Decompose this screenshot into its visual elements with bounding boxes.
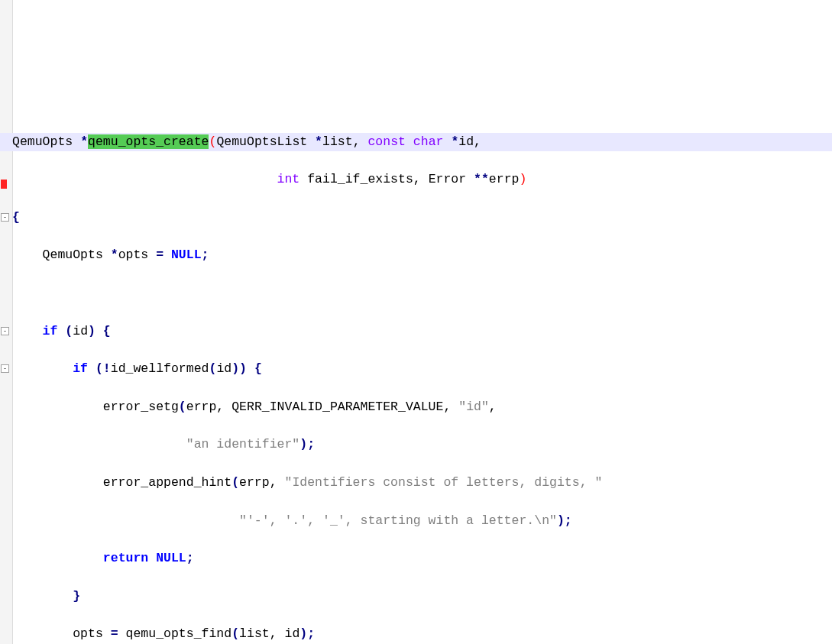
ident-token: fail_if_exists [299, 172, 413, 186]
keyword-int: int [277, 172, 300, 186]
paren-close: ) [519, 172, 526, 186]
keyword-if: if [43, 324, 58, 338]
indent [12, 172, 277, 186]
string-token: "'-', '.', '_', starting with a letter.\… [239, 513, 557, 528]
paren-semi: ); [299, 626, 315, 641]
fold-marker[interactable]: - [1, 213, 9, 222]
code-line: -QemuOpts *qemu_opts_create(QemuOptsList… [0, 133, 832, 152]
op-token: * [315, 134, 322, 149]
op-token: = [156, 248, 171, 262]
indent [12, 589, 73, 604]
op-token: = [111, 626, 126, 641]
space [443, 134, 451, 149]
string-token: "Identifiers consist of letters, digits,… [284, 475, 602, 490]
comma: , [353, 134, 368, 149]
op-token: ! [103, 361, 111, 376]
brace-open: { [103, 324, 111, 338]
paren: ( [231, 475, 239, 490]
text: opts [12, 626, 111, 641]
keyword-if: if [73, 361, 88, 376]
comma: , [216, 400, 231, 414]
paren: ( [209, 361, 216, 376]
space [148, 551, 156, 565]
code-line: } [12, 587, 832, 607]
paren: ( [179, 400, 186, 414]
code-line: return NULL; [12, 549, 832, 568]
code-line: QemuOpts *opts = NULL; [12, 246, 832, 265]
function-name-highlight: qemu_opts_create [88, 134, 209, 149]
ident-token: id [285, 626, 300, 641]
comma: , [270, 626, 285, 641]
code-line: "'-', '.', '_', starting with a letter.\… [12, 512, 832, 531]
ident-token: opts [118, 248, 157, 262]
ident-token: id_wellformed [111, 361, 209, 376]
semi: ; [186, 551, 194, 565]
comma: , [489, 400, 497, 414]
keyword-return: return [103, 551, 148, 565]
space [247, 361, 254, 376]
ident-token: error_append_hint [12, 475, 231, 490]
op-token: ** [474, 172, 489, 186]
paren: ( [65, 324, 73, 338]
comma: , [270, 475, 285, 490]
null-token: NULL [171, 248, 202, 262]
paren-open: ( [209, 134, 216, 149]
ident-token: errp [186, 400, 217, 414]
op-token: * [451, 134, 458, 149]
keyword-const: const [367, 134, 406, 149]
type-token: QemuOptsList [216, 134, 315, 149]
ident-token: list [322, 134, 353, 149]
ident-token: errp [239, 475, 270, 490]
type-token: Error [429, 172, 474, 186]
brace-open: { [254, 361, 262, 376]
string-token: "an identifier" [186, 437, 300, 451]
ident-token: list [239, 626, 270, 641]
indent [12, 361, 73, 376]
bookmark-marker[interactable] [1, 180, 7, 189]
paren: ( [96, 361, 103, 376]
comma: , [474, 134, 481, 149]
code-line: - if (id) { [12, 322, 832, 341]
paren: )) [231, 361, 247, 376]
null-token: NULL [156, 551, 186, 565]
paren-semi: ); [299, 437, 315, 451]
code-line: - if (!id_wellformed(id)) { [12, 360, 832, 379]
string-token: "id" [458, 400, 489, 414]
code-line [12, 284, 832, 303]
fold-gutter [0, 0, 13, 644]
type-token: QemuOpts [12, 134, 80, 149]
fold-marker[interactable]: - [1, 327, 9, 335]
space [57, 324, 65, 338]
ident-token: error_setg [12, 400, 179, 414]
ident-token: id [73, 324, 88, 338]
code-line: int fail_if_exists, Error **errp) [12, 170, 832, 189]
paren: ) [88, 324, 96, 338]
brace-close: } [73, 589, 80, 604]
indent [12, 551, 103, 565]
paren-semi: ); [557, 513, 572, 528]
space [88, 361, 96, 376]
keyword-char: char [413, 134, 444, 149]
op-token: * [80, 134, 88, 149]
fold-marker[interactable]: - [1, 364, 9, 373]
space [406, 134, 413, 149]
ident-token: errp [489, 172, 520, 186]
code-line: error_append_hint(errp, "Identifiers con… [12, 474, 832, 493]
ident-token: qemu_opts_find [126, 626, 232, 641]
comma: , [443, 400, 458, 414]
code-line: -{ [12, 209, 832, 228]
code-viewport: -QemuOpts *qemu_opts_create(QemuOptsList… [12, 114, 832, 644]
ident-token: id [458, 134, 474, 149]
indent [12, 324, 43, 338]
code-line: opts = qemu_opts_find(list, id); [12, 625, 832, 644]
semi: ; [202, 248, 209, 262]
brace-open: { [12, 210, 20, 225]
code-line: error_setg(errp, QERR_INVALID_PARAMETER_… [12, 398, 832, 417]
text: QemuOpts [12, 248, 111, 262]
paren: ( [231, 626, 239, 641]
op-token: * [111, 248, 118, 262]
indent [12, 437, 186, 451]
space [96, 324, 103, 338]
ident-token: id [216, 361, 231, 376]
indent [12, 513, 239, 528]
